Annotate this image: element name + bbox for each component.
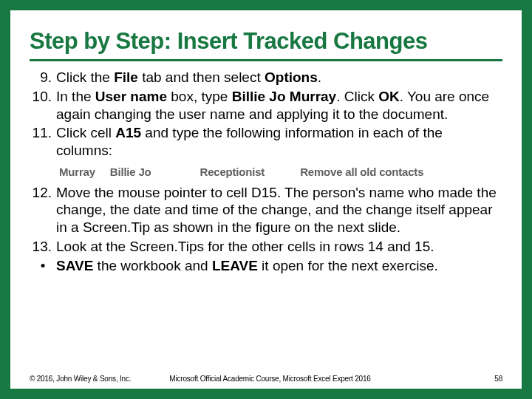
slide-body: 9. Click the File tab and then select Op… [30,69,502,274]
step-number: 10. [30,88,56,123]
step-number: 9. [30,69,56,86]
step-12: 12. Move the mouse pointer to cell D15. … [30,184,502,236]
page-number: 58 [494,375,502,383]
step-number: 13. [30,238,56,256]
table-cell: Murray [59,166,95,180]
step-number: 12. [30,184,56,236]
course-text: Microsoft Official Academic Course, Micr… [169,375,494,383]
bullet-icon: • [30,257,56,275]
step-9: 9. Click the File tab and then select Op… [30,69,502,86]
copyright-text: © 2016, John Wiley & Sons, Inc. [30,375,131,383]
table-cell: Remove all old contacts [300,166,423,180]
step-text: Click cell A15 and type the following in… [56,124,502,160]
step-text: In the User name box, type Billie Jo Mur… [56,88,502,123]
slide: Step by Step: Insert Tracked Changes 9. … [0,0,532,399]
table-cell: Billie Jo [110,166,151,180]
title-underline [30,59,502,61]
table-cell: Receptionist [200,166,265,180]
step-text: Move the mouse pointer to cell D15. The … [56,184,502,236]
example-table-row: Murray Billie Jo Receptionist Remove all… [59,166,502,180]
step-text: SAVE the workbook and LEAVE it open for … [56,257,502,275]
step-number: 11. [30,124,56,160]
slide-title: Step by Step: Insert Tracked Changes [30,28,502,55]
step-text: Click the File tab and then select Optio… [56,69,502,86]
step-11: 11. Click cell A15 and type the followin… [30,124,502,160]
slide-footer: © 2016, John Wiley & Sons, Inc. Microsof… [30,375,502,383]
step-text: Look at the Screen.Tips for the other ce… [56,238,502,256]
save-bullet: • SAVE the workbook and LEAVE it open fo… [30,257,502,275]
step-10: 10. In the User name box, type Billie Jo… [30,88,502,123]
step-13: 13. Look at the Screen.Tips for the othe… [30,238,502,256]
